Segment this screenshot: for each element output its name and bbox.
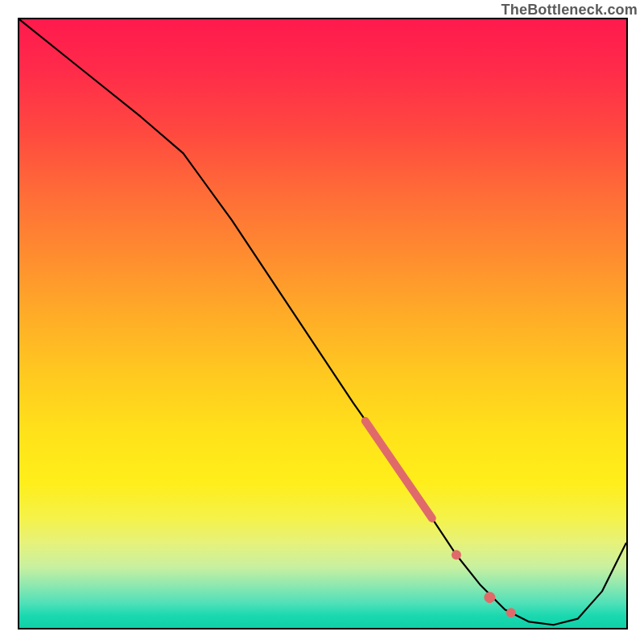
chart-container: TheBottleneck.com <box>0 0 644 644</box>
plot-area <box>18 18 628 630</box>
chart-svg <box>19 19 626 628</box>
dot-2 <box>484 592 495 603</box>
highlight-segment <box>365 421 432 518</box>
dot-3 <box>506 608 516 617</box>
dot-1 <box>452 550 461 559</box>
watermark-text: TheBottleneck.com <box>502 2 638 19</box>
curve-path <box>19 19 626 625</box>
